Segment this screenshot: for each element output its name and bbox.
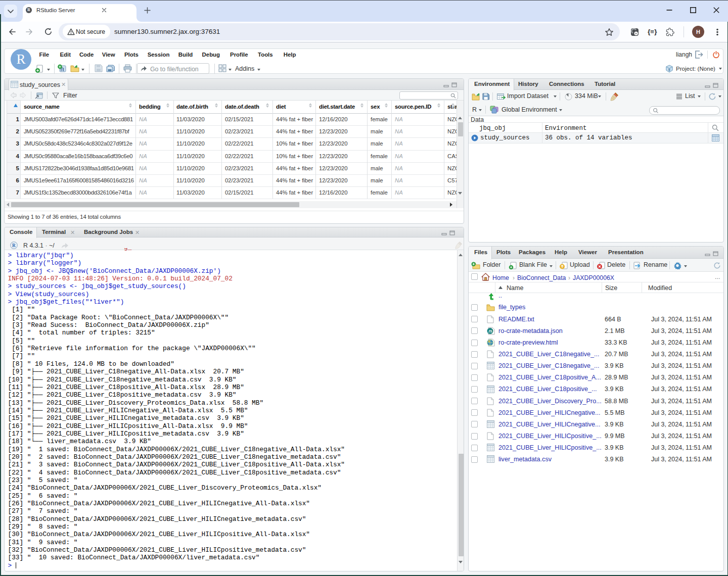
svg-text:R: R	[668, 68, 671, 71]
svg-text:R: R	[12, 243, 16, 248]
svg-text:JS: JS	[488, 329, 493, 332]
